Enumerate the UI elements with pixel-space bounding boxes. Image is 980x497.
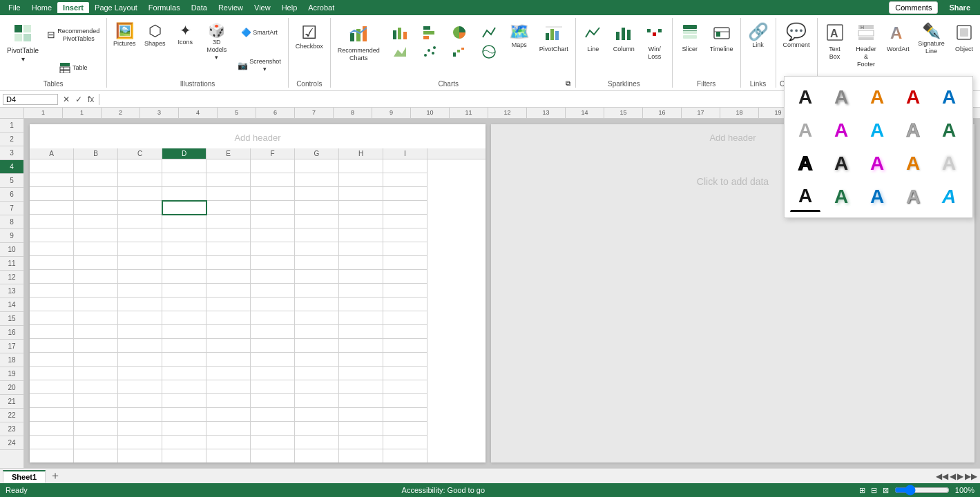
- col-header-D[interactable]: D: [162, 148, 206, 159]
- cell-C20[interactable]: [118, 422, 162, 436]
- link-button[interactable]: 🔗 Link: [744, 21, 773, 52]
- col-header-I[interactable]: I: [383, 148, 427, 159]
- menu-acrobat[interactable]: Acrobat: [302, 2, 340, 13]
- col-header-A[interactable]: A: [30, 148, 74, 159]
- cell-C3[interactable]: [118, 187, 162, 201]
- sheet-scroll-left2[interactable]: ◀: [950, 471, 956, 481]
- col-header-E[interactable]: E: [206, 148, 251, 159]
- cell-I2[interactable]: [383, 173, 427, 187]
- cell-F4[interactable]: [251, 201, 295, 215]
- cell-I17[interactable]: [383, 380, 427, 394]
- wordart-style-4[interactable]: A: [898, 82, 928, 113]
- cell-C7[interactable]: [118, 242, 162, 256]
- cell-C9[interactable]: [118, 270, 162, 284]
- page-layout-view-icon[interactable]: ⊟: [871, 486, 877, 495]
- cell-I19[interactable]: [383, 408, 427, 422]
- cell-I1[interactable]: [383, 159, 427, 173]
- cell-B10[interactable]: [74, 284, 118, 298]
- cell-F6[interactable]: [251, 228, 295, 242]
- cell-A4[interactable]: [30, 201, 74, 215]
- cell-E22[interactable]: [206, 449, 251, 462]
- line-sparkline-button[interactable]: Line: [579, 21, 608, 56]
- cell-I12[interactable]: [383, 311, 427, 325]
- cell-D15[interactable]: [162, 353, 206, 367]
- cell-A7[interactable]: [30, 242, 74, 256]
- cell-C13[interactable]: [118, 325, 162, 339]
- cell-E12[interactable]: [206, 311, 251, 325]
- insert-function-icon[interactable]: fx: [86, 94, 96, 105]
- cell-G14[interactable]: [295, 339, 339, 353]
- cell-D19[interactable]: [162, 408, 206, 422]
- cell-A14[interactable]: [30, 339, 74, 353]
- row-number-17[interactable]: 17: [0, 340, 23, 353]
- cell-A6[interactable]: [30, 228, 74, 242]
- cell-B7[interactable]: [74, 242, 118, 256]
- row-number-7[interactable]: 7: [0, 202, 23, 215]
- cell-H10[interactable]: [339, 284, 383, 298]
- cell-F16[interactable]: [251, 367, 295, 380]
- cell-H16[interactable]: [339, 367, 383, 380]
- cell-F7[interactable]: [251, 242, 295, 256]
- cell-I9[interactable]: [383, 270, 427, 284]
- cell-C18[interactable]: [118, 394, 162, 408]
- cell-G3[interactable]: [295, 187, 339, 201]
- cell-G13[interactable]: [295, 325, 339, 339]
- recommended-charts-button[interactable]: RecommendedCharts: [334, 21, 384, 65]
- cell-E6[interactable]: [206, 228, 251, 242]
- cell-D21[interactable]: [162, 436, 206, 449]
- comment-button[interactable]: 💬 Comment: [779, 21, 814, 52]
- zoom-slider[interactable]: [894, 485, 950, 496]
- cell-E5[interactable]: [206, 215, 251, 228]
- wordart-style-3[interactable]: A: [862, 82, 892, 113]
- 3d-models-button[interactable]: 🎲 3D Models ▾: [201, 21, 232, 64]
- cell-D10[interactable]: [162, 284, 206, 298]
- cell-A16[interactable]: [30, 367, 74, 380]
- cell-H17[interactable]: [339, 380, 383, 394]
- cell-G9[interactable]: [295, 270, 339, 284]
- cell-B16[interactable]: [74, 367, 118, 380]
- cell-I5[interactable]: [383, 215, 427, 228]
- row-number-10[interactable]: 10: [0, 243, 23, 257]
- cell-B18[interactable]: [74, 394, 118, 408]
- cell-D18[interactable]: [162, 394, 206, 408]
- cell-I3[interactable]: [383, 187, 427, 201]
- maps-button[interactable]: 🗺️ Maps: [505, 21, 534, 52]
- row-number-21[interactable]: 21: [0, 395, 23, 409]
- cell-B1[interactable]: [74, 159, 118, 173]
- cell-G12[interactable]: [295, 311, 339, 325]
- cell-B6[interactable]: [74, 228, 118, 242]
- cell-C2[interactable]: [118, 173, 162, 187]
- icons-button[interactable]: ✦ Icons: [171, 21, 200, 49]
- cell-F17[interactable]: [251, 380, 295, 394]
- pivot-table-button[interactable]: PivotTable ▾: [3, 21, 43, 66]
- cell-E14[interactable]: [206, 339, 251, 353]
- wordart-style-12[interactable]: A: [826, 148, 856, 179]
- cell-G19[interactable]: [295, 408, 339, 422]
- cell-B9[interactable]: [74, 270, 118, 284]
- cell-I14[interactable]: [383, 339, 427, 353]
- screenshot-button[interactable]: 📷Screenshot ▾: [233, 55, 285, 76]
- cell-I11[interactable]: [383, 298, 427, 311]
- cell-B22[interactable]: [74, 449, 118, 462]
- cell-D1[interactable]: [162, 159, 206, 173]
- scatter-chart-button[interactable]: [415, 43, 444, 61]
- cell-B17[interactable]: [74, 380, 118, 394]
- cell-E7[interactable]: [206, 242, 251, 256]
- row-number-3[interactable]: 3: [0, 146, 23, 160]
- cell-D8[interactable]: [162, 256, 206, 270]
- cell-C14[interactable]: [118, 339, 162, 353]
- menu-insert[interactable]: Insert: [57, 2, 89, 13]
- pictures-button[interactable]: 🖼️ Pictures: [110, 21, 139, 50]
- cell-B4[interactable]: [74, 201, 118, 215]
- cell-E16[interactable]: [206, 367, 251, 380]
- cell-E2[interactable]: [206, 173, 251, 187]
- cell-H19[interactable]: [339, 408, 383, 422]
- cell-A15[interactable]: [30, 353, 74, 367]
- menu-home[interactable]: Home: [26, 2, 57, 13]
- wordart-style-8[interactable]: A: [862, 115, 892, 146]
- menu-file[interactable]: File: [3, 2, 26, 13]
- cell-D22[interactable]: [162, 449, 206, 462]
- cell-H20[interactable]: [339, 422, 383, 436]
- col-header-C[interactable]: C: [118, 148, 162, 159]
- sheet-scroll-right[interactable]: ▶: [957, 471, 963, 481]
